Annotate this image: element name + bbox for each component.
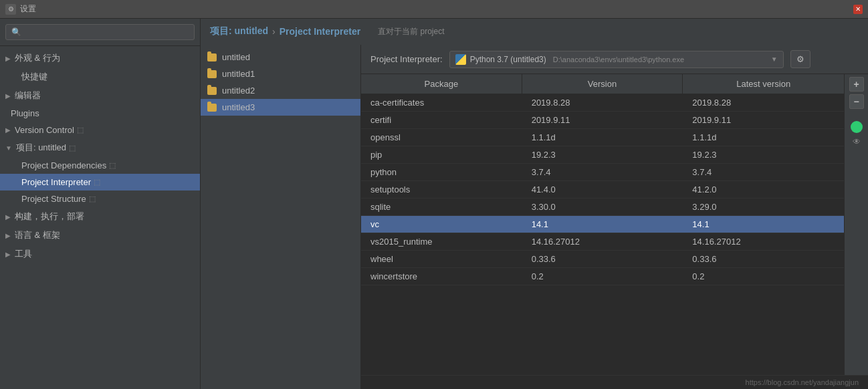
table-row[interactable]: pip 19.2.3 19.2.3 [361,146,844,164]
td-version: 2019.8.28 [522,94,683,111]
sidebar-item-build[interactable]: ▶ 构建，执行，部署 [0,207,200,226]
close-button[interactable]: ✕ [853,5,863,14]
sidebar-item-shortcuts[interactable]: 快捷键 [0,68,200,86]
sidebar-label-tools: 工具 [15,248,32,260]
breadcrumb-project[interactable]: 项目: untitled [210,25,268,37]
table-row[interactable]: sqlite 3.30.0 3.29.0 [361,199,844,216]
packages-area: Package Version Latest version ca-certif… [361,74,868,375]
td-package: vc [361,216,522,233]
interpreter-select[interactable]: Python 3.7 (untitled3) D:\anaconda3\envs… [449,51,784,68]
td-version: 3.7.4 [522,164,683,180]
sidebar-item-project-structure[interactable]: Project Structure ⬚ [0,190,200,207]
td-version: 1.1.1d [522,129,683,146]
remove-package-button[interactable]: − [849,94,864,109]
td-package: wincertstore [361,268,522,285]
arrow-right-icon: ▶ [5,55,11,62]
title-bar: ⚙ 设置 ✕ [0,0,868,19]
arrow-right-icon-6: ▶ [5,251,11,258]
interpreter-path: D:\anaconda3\envs\untitled3\python.exe [553,55,684,63]
chevron-down-icon: ▼ [771,55,778,63]
table-row[interactable]: vc 14.1 14.1 [361,216,844,233]
folder-icon-untitled [207,53,217,61]
dependencies-icon: ⬚ [109,161,116,170]
sidebar-item-languages[interactable]: ▶ 语言 & 框架 [0,226,200,245]
table-row[interactable]: wheel 0.33.6 0.33.6 [361,251,844,268]
interpreter-label: Project Interpreter: [370,54,443,64]
td-latest: 2019.9.11 [683,112,844,128]
td-package: ca-certificates [361,94,522,111]
td-latest: 0.2 [683,268,844,285]
folder-icon-untitled2 [207,87,217,95]
interpreter-icon: ⬚ [94,178,100,186]
version-control-icon: ⬚ [77,126,84,134]
search-input[interactable] [5,24,195,40]
td-package: sqlite [361,199,522,215]
table-row[interactable]: openssl 1.1.1d 1.1.1d [361,129,844,146]
main-container: ▶ 外观 & 行为 快捷键 ▶ 编辑器 Plugins ▶ Version Co… [0,19,868,389]
td-latest: 14.1 [683,216,844,233]
td-version: 0.2 [522,268,683,285]
sidebar: ▶ 外观 & 行为 快捷键 ▶ 编辑器 Plugins ▶ Version Co… [0,19,201,389]
td-latest: 14.16.27012 [683,233,844,250]
title-bar-text: 设置 [20,3,36,15]
th-version: Version [522,74,683,94]
sidebar-label-dependencies: Project Dependencies [21,160,106,170]
table-row[interactable]: vs2015_runtime 14.16.27012 14.16.27012 [361,233,844,251]
sidebar-label-languages: 语言 & 框架 [15,229,60,241]
arrow-right-icon-2: ▶ [5,92,11,100]
arrow-right-icon-3: ▶ [5,126,11,134]
breadcrumb: 项目: untitled › Project Interpreter 直对于当前… [201,19,868,45]
sidebar-item-tools[interactable]: ▶ 工具 [0,245,200,263]
structure-icon: ⬚ [89,194,96,203]
td-latest: 3.7.4 [683,164,844,180]
status-indicator [851,121,863,133]
content-area: 项目: untitled › Project Interpreter 直对于当前… [201,19,868,389]
td-package: certifi [361,112,522,128]
td-version: 41.4.0 [522,181,683,198]
breadcrumb-separator: › [272,26,276,37]
table-row[interactable]: ca-certificates 2019.8.28 2019.8.28 [361,94,844,112]
td-latest: 1.1.1d [683,129,844,146]
td-version: 19.2.3 [522,146,683,163]
add-package-button[interactable]: + [849,77,864,92]
interpreter-bar: Project Interpreter: Python 3.7 (untitle… [361,45,868,74]
th-latest: Latest version [683,74,844,94]
sidebar-item-editor[interactable]: ▶ 编辑器 [0,86,200,105]
table-body: ca-certificates 2019.8.28 2019.8.28 cert… [361,94,844,285]
folder-icon-untitled1 [207,70,217,78]
sidebar-label-structure: Project Structure [21,194,86,204]
table-row[interactable]: setuptools 41.4.0 41.2.0 [361,181,844,199]
sidebar-item-version-control[interactable]: ▶ Version Control ⬚ [0,122,200,138]
td-package: python [361,164,522,180]
eye-icon[interactable]: 👁 [851,136,863,148]
td-latest: 41.2.0 [683,181,844,198]
python-icon [455,54,466,65]
sidebar-item-project-dependencies[interactable]: Project Dependencies ⬚ [0,157,200,174]
project-tree-item-untitled2[interactable]: untitled2 [201,82,360,99]
table-row[interactable]: wincertstore 0.2 0.2 [361,268,844,285]
sidebar-label-interpreter: Project Interpreter [21,177,91,187]
table-header: Package Version Latest version [361,74,844,94]
project-tree-item-untitled[interactable]: untitled [201,49,360,66]
project-tree-item-untitled1[interactable]: untitled1 [201,66,360,82]
arrow-down-icon: ▼ [5,144,12,152]
sidebar-item-project-untitled[interactable]: ▼ 项目: untitled ⬚ [0,138,200,157]
th-package: Package [361,74,522,94]
project-expand-icon: ⬚ [69,144,76,152]
td-package: pip [361,146,522,163]
td-version: 0.33.6 [522,251,683,267]
sidebar-item-plugins[interactable]: Plugins [0,105,200,122]
td-latest: 19.2.3 [683,146,844,163]
table-row[interactable]: python 3.7.4 3.7.4 [361,164,844,181]
gear-button[interactable]: ⚙ [790,50,810,68]
table-row[interactable]: certifi 2019.9.11 2019.9.11 [361,112,844,129]
project-tree-label-untitled1: untitled1 [222,69,255,79]
sidebar-item-project-interpreter[interactable]: Project Interpreter ⬚ [0,174,200,190]
project-tree-label-untitled: untitled [222,52,250,62]
project-tree-item-untitled3[interactable]: untitled3 [201,99,360,116]
td-latest: 2019.8.28 [683,94,844,111]
sidebar-label-plugins: Plugins [11,108,39,118]
arrow-right-icon-5: ▶ [5,232,11,239]
sidebar-label-build: 构建，执行，部署 [15,211,84,223]
sidebar-item-appearance[interactable]: ▶ 外观 & 行为 [0,49,200,68]
